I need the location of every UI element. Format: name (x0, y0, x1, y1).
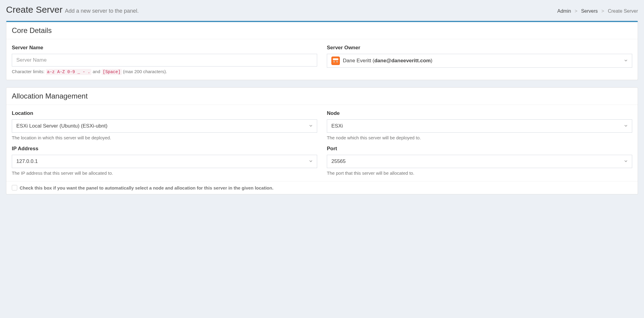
section-title: Allocation Management (12, 92, 632, 100)
node-label: Node (327, 110, 632, 116)
node-value: ESXi (331, 123, 624, 129)
port-label: Port (327, 146, 632, 152)
section-header: Allocation Management (6, 88, 638, 105)
chevron-down-icon (309, 159, 313, 164)
ip-help: The IP address that this server will be … (12, 170, 317, 176)
node-group: Node ESXi The node which this server wil… (327, 110, 632, 140)
breadcrumb-admin[interactable]: Admin (557, 8, 571, 14)
avatar (331, 57, 340, 65)
core-details-section: Core Details Server Name Character limit… (6, 21, 638, 80)
location-value: ESXi Local Server (Ubuntu) (ESXi-ubnt) (16, 123, 309, 129)
section-title: Core Details (12, 26, 632, 35)
location-select[interactable]: ESXi Local Server (Ubuntu) (ESXi-ubnt) (12, 119, 317, 133)
node-help: The node which this server will be deplo… (327, 135, 632, 140)
page-subtitle: Add a new server to the panel. (65, 8, 139, 14)
breadcrumb: Admin > Servers > Create Server (557, 8, 638, 14)
ip-value: 127.0.0.1 (16, 158, 309, 164)
port-value: 25565 (331, 158, 624, 164)
server-name-help: Character limits: a-z A-Z 0-9 _ - . and … (12, 69, 317, 74)
chevron-down-icon (624, 159, 628, 164)
port-group: Port 25565 The port that this server wil… (327, 146, 632, 176)
chevron-down-icon (624, 58, 628, 63)
code-chars: a-z A-Z 0-9 _ - . (46, 69, 92, 75)
page-header: Create Server Add a new server to the pa… (6, 5, 638, 15)
owner-text: Dane Everitt (dane@daneeveritt.com) (343, 58, 432, 64)
port-help: The port that this server will be alloca… (327, 170, 632, 176)
location-label: Location (12, 110, 317, 116)
chevron-down-icon (624, 124, 628, 128)
svg-point-4 (334, 61, 334, 62)
node-select[interactable]: ESXi (327, 119, 632, 133)
chevron-right-icon: > (601, 8, 604, 14)
svg-rect-6 (333, 58, 338, 60)
auto-deploy-checkbox[interactable] (12, 185, 17, 190)
server-name-group: Server Name Character limits: a-z A-Z 0-… (12, 45, 317, 74)
chevron-right-icon: > (575, 8, 577, 14)
ip-select[interactable]: 127.0.0.1 (12, 155, 317, 168)
auto-deploy-label[interactable]: Check this box if you want the panel to … (20, 185, 273, 190)
ip-group: IP Address 127.0.0.1 The IP address that… (12, 146, 317, 176)
code-space: [Space] (102, 69, 122, 75)
owner-display: Dane Everitt (dane@daneeveritt.com) (331, 57, 624, 65)
server-owner-select[interactable]: Dane Everitt (dane@daneeveritt.com) (327, 54, 632, 68)
page-title-wrap: Create Server Add a new server to the pa… (6, 5, 139, 15)
breadcrumb-current: Create Server (608, 8, 638, 14)
chevron-down-icon (309, 124, 313, 128)
section-header: Core Details (6, 22, 638, 39)
server-owner-label: Server Owner (327, 45, 632, 51)
server-name-label: Server Name (12, 45, 317, 51)
server-owner-group: Server Owner (327, 45, 632, 74)
allocation-footer: Check this box if you want the panel to … (6, 181, 638, 194)
ip-label: IP Address (12, 146, 317, 152)
port-select[interactable]: 25565 (327, 155, 632, 168)
allocation-section: Allocation Management Location ESXi Loca… (6, 87, 638, 194)
page-title: Create Server (6, 5, 63, 15)
breadcrumb-servers[interactable]: Servers (581, 8, 598, 14)
location-group: Location ESXi Local Server (Ubuntu) (ESX… (12, 110, 317, 140)
location-help: The location in which this server will b… (12, 135, 317, 140)
server-name-input[interactable] (12, 54, 317, 67)
svg-point-5 (337, 61, 337, 62)
